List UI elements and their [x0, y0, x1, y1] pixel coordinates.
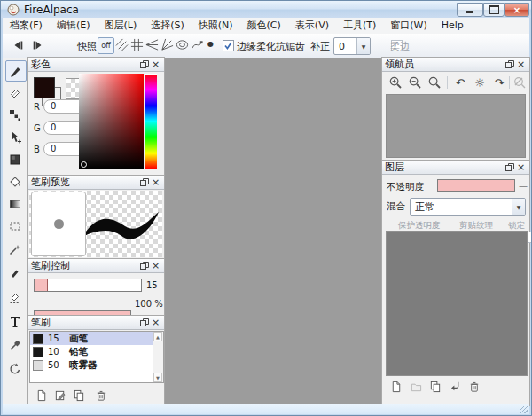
add-brush-button[interactable]	[34, 388, 50, 403]
float-panel-icon[interactable]	[138, 317, 150, 328]
add-layer-button[interactable]	[388, 380, 403, 394]
redo-button[interactable]	[30, 37, 46, 53]
rotate-ccw-button[interactable]: ↶	[452, 75, 468, 90]
tool-select-pen[interactable]	[5, 263, 25, 283]
dot-pixel-icon	[8, 108, 22, 122]
trash-icon	[95, 389, 107, 402]
float-panel-icon[interactable]	[504, 161, 515, 173]
zoom-reset-icon	[427, 75, 442, 90]
zoom-out-button[interactable]	[407, 75, 423, 90]
brush-list-scrollbar[interactable]: ▲ ▼	[153, 332, 163, 382]
tool-gradient[interactable]	[5, 194, 25, 214]
undo-button[interactable]	[10, 37, 26, 53]
close-panel-icon[interactable]: ×	[150, 59, 161, 70]
merge-layer-button[interactable]	[447, 380, 462, 394]
float-panel-icon[interactable]	[504, 59, 515, 70]
opacity-label: 不透明度	[387, 181, 424, 193]
tool-select-rect[interactable]	[5, 216, 25, 236]
tool-select[interactable]	[5, 150, 25, 169]
maximize-button[interactable]	[483, 3, 505, 17]
navigator-preview[interactable]	[386, 94, 526, 158]
brush-list-item[interactable]: 10 铅笔	[30, 345, 153, 359]
magic-wand-icon	[8, 242, 22, 256]
delete-layer-button[interactable]	[466, 380, 481, 394]
menu-help[interactable]: Help	[434, 18, 471, 34]
duplicate-brush-button[interactable]	[71, 388, 87, 403]
scroll-up-icon[interactable]: ▲	[153, 332, 162, 341]
brush-list-item[interactable]: 15 画笔	[30, 332, 153, 346]
snap-parallel-button[interactable]	[114, 37, 129, 52]
tool-text[interactable]	[5, 311, 25, 331]
fit-window-button[interactable]	[512, 75, 528, 90]
close-panel-icon[interactable]: ×	[515, 59, 527, 70]
edit-brush-button[interactable]	[52, 388, 68, 403]
tool-select-eraser[interactable]	[5, 287, 25, 307]
tool-dot[interactable]	[5, 106, 25, 125]
tool-move[interactable]	[5, 128, 25, 147]
minimize-button[interactable]	[457, 3, 483, 17]
menu-window[interactable]: 窗口(W)	[383, 18, 434, 34]
float-panel-icon[interactable]	[138, 177, 150, 188]
tool-brush[interactable]	[5, 60, 27, 82]
chevron-down-icon: ▼	[356, 38, 370, 54]
canvas[interactable]	[163, 58, 382, 404]
tool-magic-wand[interactable]	[5, 239, 25, 259]
float-panel-icon[interactable]	[138, 59, 150, 70]
menu-color[interactable]: 颜色(C)	[240, 18, 288, 34]
menu-edit[interactable]: 编辑(E)	[50, 18, 98, 34]
menu-snap[interactable]: 快照(N)	[192, 18, 240, 34]
zoom-reset-button[interactable]	[426, 75, 442, 90]
tool-eraser[interactable]	[5, 82, 25, 102]
tool-eyedropper[interactable]	[5, 335, 25, 355]
antialias-checkbox[interactable]	[223, 40, 234, 51]
blend-mode-dropdown[interactable]: 正常 ▼	[410, 198, 526, 216]
duplicate-icon	[73, 389, 85, 402]
reset-view-button[interactable]: ☼	[472, 75, 488, 90]
layer-opacity-slider[interactable]	[437, 179, 515, 192]
close-panel-icon[interactable]: ×	[150, 260, 161, 271]
close-panel-icon[interactable]: ×	[150, 177, 161, 188]
menu-layer[interactable]: 图层(L)	[97, 18, 144, 34]
zoom-in-button[interactable]	[387, 75, 403, 90]
redo-icon	[31, 38, 45, 52]
duplicate-layer-button[interactable]	[427, 380, 442, 394]
menu-tools[interactable]: 工具(T)	[336, 18, 383, 34]
layer-list[interactable]	[386, 231, 528, 376]
tool-rotate-view[interactable]	[5, 359, 25, 379]
close-panel-icon[interactable]: ×	[150, 317, 161, 328]
brush-size-slider[interactable]	[34, 279, 142, 292]
layer-opacity-fill	[438, 180, 514, 191]
snap-curve-button[interactable]	[190, 37, 205, 52]
snap-grid-button[interactable]	[129, 37, 145, 52]
menu-file[interactable]: 档案(F)	[3, 18, 50, 34]
hue-slider[interactable]	[145, 74, 157, 169]
menu-select[interactable]: 选择(S)	[144, 18, 192, 34]
menu-view[interactable]: 表示(V)	[288, 18, 336, 34]
resize-grip[interactable]	[520, 406, 528, 413]
brush-swatch	[33, 360, 43, 371]
correction-dropdown[interactable]: 0 ▼	[333, 37, 371, 55]
snap-circle-button[interactable]	[175, 37, 190, 52]
brush-size-value: 15	[146, 280, 158, 290]
snap-dot-icon[interactable]: ●	[207, 40, 214, 48]
layers-header: 图层 ×	[382, 161, 529, 175]
close-panel-icon[interactable]: ×	[515, 161, 527, 173]
add-folder-button[interactable]	[408, 380, 423, 394]
new-document-icon	[35, 389, 48, 402]
close-button[interactable]: ×	[505, 3, 529, 17]
delete-brush-button[interactable]	[93, 388, 109, 403]
snap-vanish-button[interactable]	[145, 37, 160, 52]
foreground-color-swatch[interactable]	[34, 77, 55, 98]
brush-list-item-partial[interactable]	[30, 372, 153, 383]
brush-list-item[interactable]: 50 喷雾器	[30, 358, 153, 373]
tool-bucket[interactable]	[5, 172, 25, 192]
gradient-icon	[8, 197, 22, 211]
float-panel-icon[interactable]	[138, 260, 150, 271]
saturation-value-picker[interactable]	[79, 74, 144, 169]
snap-off-button[interactable]: off	[98, 37, 114, 54]
rotate-cw-button[interactable]: ↷	[491, 75, 507, 90]
title-bar[interactable]: FireAlpaca ×	[1, 1, 531, 18]
scroll-down-icon[interactable]: ▼	[153, 373, 162, 382]
b-label: B	[34, 145, 40, 154]
snap-radial-button[interactable]	[160, 37, 175, 52]
